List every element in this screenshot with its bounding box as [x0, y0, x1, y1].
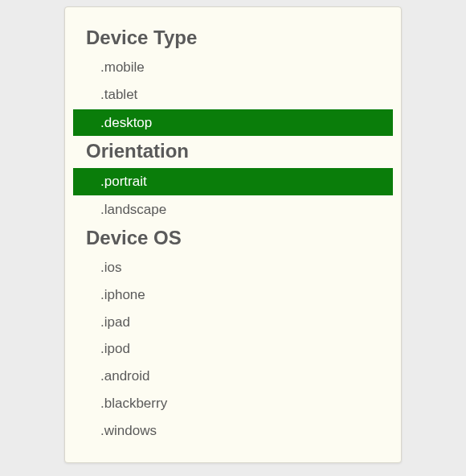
list-item: .android — [65, 363, 401, 390]
list-item-active: .portrait — [73, 168, 393, 195]
list-item: .windows — [65, 417, 401, 445]
list-item: .ipad — [65, 309, 401, 336]
section-title-orientation: Orientation — [65, 137, 401, 167]
list-item: .iphone — [65, 281, 401, 309]
list-item: .ipod — [65, 335, 401, 363]
list-item: .mobile — [65, 54, 401, 81]
list-item: .ios — [65, 254, 401, 281]
list-item: .landscape — [65, 196, 401, 224]
list-item: .tablet — [65, 81, 401, 109]
device-card: Device Type .mobile .tablet .desktop Ori… — [64, 6, 402, 463]
section-title-device-type: Device Type — [65, 23, 401, 54]
section-title-device-os: Device OS — [65, 224, 401, 254]
list-item: .blackberry — [65, 390, 401, 417]
list-item-active: .desktop — [73, 109, 393, 137]
